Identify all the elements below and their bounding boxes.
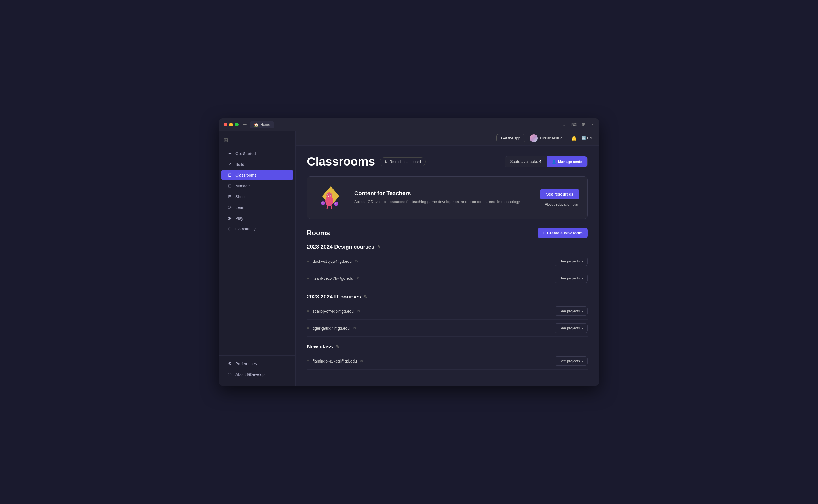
sidebar-item-learn[interactable]: ◎ Learn	[221, 202, 293, 213]
sidebar-bottom: ⚙ Preferences ◌ About GDevelop	[219, 355, 295, 382]
see-projects-button[interactable]: See projects ›	[555, 274, 588, 283]
sidebar-item-build[interactable]: ↗ Build	[221, 159, 293, 170]
refresh-icon: ↻	[384, 160, 387, 164]
room-email: scallop-dfr4qp@gd.edu	[312, 309, 354, 314]
table-row: ≡ duck-w1bjqw@gd.edu ⧉ See projects ›	[307, 253, 588, 270]
banner-description: Access GDevelop's resources for teaching…	[354, 199, 532, 205]
create-new-room-button[interactable]: + Create a new room	[538, 228, 588, 238]
rooms-header: Rooms + Create a new room	[307, 228, 588, 238]
banner-actions: See resources About education plan	[540, 189, 580, 206]
sidebar-item-about[interactable]: ◌ About GDevelop	[221, 369, 293, 380]
edit-new-icon[interactable]: ✎	[336, 344, 339, 349]
classrooms-icon: ⊟	[227, 172, 232, 178]
language-selector[interactable]: 🔤 EN	[582, 136, 592, 140]
room-email: lizard-8ecw7b@gd.edu	[312, 276, 353, 281]
svg-line-13	[327, 206, 327, 209]
room-item-left: ≡ tiger-g9tkq4@gd.edu ⧉	[307, 326, 356, 331]
home-tab[interactable]: 🏠 Home	[250, 121, 274, 128]
drag-icon[interactable]: ≡	[307, 259, 309, 264]
svg-line-14	[331, 206, 331, 209]
see-projects-button[interactable]: See projects ›	[555, 356, 588, 366]
keyboard-icon[interactable]: ⌨	[571, 122, 577, 127]
page-title-area: Classrooms ↻ Refresh dashboard	[307, 155, 426, 168]
svg-point-5	[328, 194, 329, 195]
svg-point-12	[335, 203, 336, 204]
chevron-right-icon: ›	[582, 326, 583, 330]
sidebar-item-label: Play	[235, 216, 243, 221]
chevron-down-icon[interactable]: ⌄	[563, 122, 566, 127]
get-app-button[interactable]: Get the app	[496, 134, 525, 142]
about-icon: ◌	[227, 372, 232, 377]
sidebar-item-label: Manage	[235, 184, 250, 188]
sidebar-item-play[interactable]: ◉ Play	[221, 213, 293, 223]
svg-point-9	[322, 203, 323, 203]
user-info: FlorianTestEdu1	[530, 134, 567, 142]
sidebar-item-label: Get Started	[235, 151, 256, 156]
sidebar-item-label: Community	[235, 227, 255, 231]
see-projects-button[interactable]: See projects ›	[555, 257, 588, 266]
sidebar-item-manage[interactable]: ⊞ Manage	[221, 181, 293, 191]
get-started-icon: ✦	[227, 151, 232, 156]
sidebar-item-classrooms[interactable]: ⊟ Classrooms	[221, 170, 293, 180]
sidebar-item-preferences[interactable]: ⚙ Preferences	[221, 358, 293, 369]
translate-icon: 🔤	[582, 136, 586, 140]
sidebar-layout-icon[interactable]: ⊞	[223, 137, 228, 143]
room-item-left: ≡ scallop-dfr4qp@gd.edu ⧉	[307, 309, 360, 314]
edit-design-icon[interactable]: ✎	[377, 245, 380, 249]
sidebar-nav: ✦ Get Started ↗ Build ⊟ Classrooms ⊞ Man…	[219, 147, 295, 355]
room-email: duck-w1bjqw@gd.edu	[312, 259, 352, 264]
svg-point-2	[326, 192, 332, 198]
sidebar-item-get-started[interactable]: ✦ Get Started	[221, 148, 293, 159]
maximize-button[interactable]	[235, 123, 238, 126]
see-projects-button[interactable]: See projects ›	[555, 323, 588, 333]
copy-icon[interactable]: ⧉	[360, 359, 363, 363]
plus-icon: +	[543, 231, 545, 235]
page-header: Classrooms ↻ Refresh dashboard Seats ava…	[307, 155, 588, 168]
room-item-left: ≡ flamingo-42kqgi@gd.edu ⧉	[307, 359, 363, 363]
svg-point-10	[334, 202, 338, 206]
person-icon: 👤	[552, 160, 556, 164]
room-group-title-design: 2023-2024 Design courses ✎	[307, 244, 588, 250]
drag-icon[interactable]: ≡	[307, 309, 309, 314]
content-for-teachers-banner: Content for Teachers Access GDevelop's r…	[307, 176, 588, 219]
refresh-dashboard-button[interactable]: ↻ Refresh dashboard	[379, 157, 426, 166]
play-icon: ◉	[227, 215, 232, 221]
copy-icon[interactable]: ⧉	[355, 259, 358, 264]
banner-illustration	[315, 183, 346, 212]
copy-icon[interactable]: ⧉	[353, 326, 356, 331]
drag-icon[interactable]: ≡	[307, 276, 309, 281]
menu-icon[interactable]: ☰	[242, 122, 247, 128]
close-button[interactable]	[223, 123, 227, 126]
page-content: Classrooms ↻ Refresh dashboard Seats ava…	[295, 146, 599, 386]
drag-icon[interactable]: ≡	[307, 359, 309, 363]
sidebar: ⊞ ✦ Get Started ↗ Build ⊟ Classrooms ⊞ M…	[219, 131, 295, 386]
see-resources-button[interactable]: See resources	[540, 189, 580, 199]
seats-area: Seats available: 4 👤 Manage seats	[505, 156, 588, 167]
drag-icon[interactable]: ≡	[307, 326, 309, 331]
notification-icon[interactable]: 🔔	[571, 135, 577, 141]
manage-seats-button[interactable]: 👤 Manage seats	[547, 156, 587, 167]
svg-point-6	[330, 194, 331, 195]
page-title: Classrooms	[307, 155, 375, 168]
learn-icon: ◎	[227, 205, 232, 210]
app-window: ☰ 🏠 Home ⌄ ⌨ ⊞ ⋮ ⊞ ✦ Get Started ↗	[219, 118, 599, 386]
sidebar-item-community[interactable]: ⊕ Community	[221, 224, 293, 234]
minimize-button[interactable]	[229, 123, 233, 126]
sidebar-item-shop[interactable]: ⊟ Shop	[221, 191, 293, 202]
see-projects-button[interactable]: See projects ›	[555, 306, 588, 316]
edit-it-icon[interactable]: ✎	[364, 295, 367, 299]
lang-label: EN	[587, 136, 592, 140]
about-education-plan-link[interactable]: About education plan	[545, 202, 580, 206]
chevron-right-icon: ›	[582, 359, 583, 363]
header-bar: Get the app FlorianTestEdu1 🔔 🔤 EN	[295, 131, 599, 146]
more-icon[interactable]: ⋮	[590, 122, 595, 127]
copy-icon[interactable]: ⧉	[357, 309, 360, 314]
banner-title: Content for Teachers	[354, 190, 532, 197]
extensions-icon[interactable]: ⊞	[582, 122, 586, 127]
avatar	[530, 134, 538, 142]
room-group-title-it: 2023-2024 IT courses ✎	[307, 294, 588, 300]
copy-icon[interactable]: ⧉	[357, 276, 359, 281]
room-group-title-new: New class ✎	[307, 344, 588, 350]
svg-point-7	[321, 201, 325, 205]
room-group-it: 2023-2024 IT courses ✎ ≡ scallop-dfr4qp@…	[307, 294, 588, 337]
